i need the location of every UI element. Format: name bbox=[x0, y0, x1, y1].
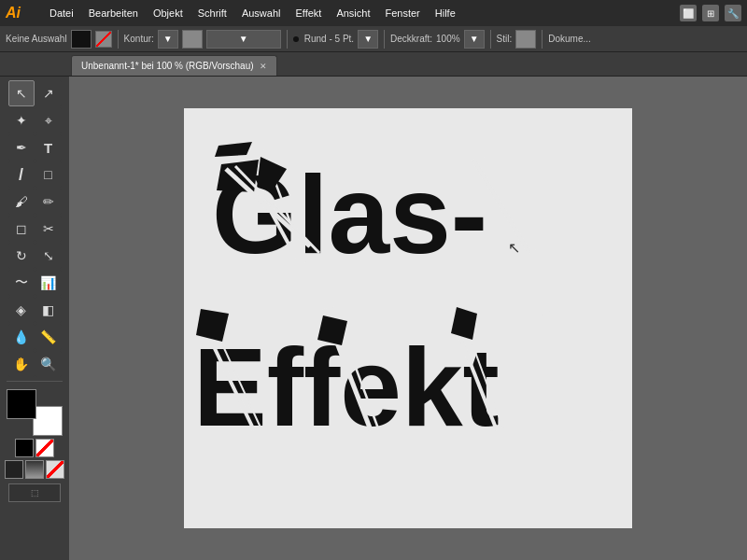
gradient-mode-icon[interactable] bbox=[25, 460, 44, 479]
artwork-svg: Glas- Ef bbox=[184, 108, 632, 528]
glas-text-group: Glas- bbox=[212, 142, 537, 276]
menu-ansicht[interactable]: Ansicht bbox=[330, 6, 376, 21]
top-shard bbox=[215, 142, 252, 157]
tool-row-10: 💧 📏 bbox=[8, 324, 62, 350]
effekt-text-group: Effekt bbox=[193, 307, 612, 449]
selection-label: Keine Auswahl bbox=[6, 34, 67, 44]
menu-bar: Datei Bearbeiten Objekt Schrift Auswahl … bbox=[43, 6, 670, 21]
tool-gradient[interactable]: ◧ bbox=[35, 297, 62, 323]
tool-row-6: ◻ ✂ bbox=[8, 216, 62, 242]
stroke-cap-icon bbox=[293, 36, 299, 42]
titlebar: Ai Datei Bearbeiten Objekt Schrift Auswa… bbox=[0, 0, 747, 26]
menu-objekt[interactable]: Objekt bbox=[147, 6, 190, 21]
tool-pen[interactable]: ✒ bbox=[8, 134, 35, 161]
stil-label: Stil: bbox=[497, 34, 513, 44]
none-mode-icon[interactable] bbox=[46, 460, 64, 479]
tool-separator bbox=[7, 381, 63, 382]
quick-mask-icon[interactable]: ⬚ bbox=[8, 483, 61, 502]
tool-magic-wand[interactable]: ✦ bbox=[8, 107, 35, 133]
artboard: Glas- Ef bbox=[184, 108, 632, 528]
options-bar: Keine Auswahl Kontur: ▼ ▼ Rund - 5 Pt. ▼… bbox=[0, 26, 747, 52]
kontur-select[interactable]: ▼ bbox=[158, 30, 178, 49]
tool-row-11: ✋ 🔍 bbox=[8, 351, 62, 377]
app-logo: Ai bbox=[6, 5, 34, 21]
window-controls: ⬜ ⊞ 🔧 bbox=[680, 5, 741, 21]
tool-row-8: 〜 📊 bbox=[8, 270, 62, 296]
main-area: ↖ ↗ ✦ ⌖ ✒ T / □ 🖌 ✏ ◻ ✂ ↻ ⤡ 〜 📊 bbox=[0, 77, 747, 560]
tool-scale[interactable]: ⤡ bbox=[35, 243, 62, 269]
divider5 bbox=[542, 30, 543, 49]
tool-blend[interactable]: ◈ bbox=[8, 297, 35, 323]
tool-row-2: ✦ ⌖ bbox=[8, 107, 62, 133]
tool-row-4: / □ bbox=[8, 161, 62, 188]
tool-eyedropper[interactable]: 💧 bbox=[8, 324, 35, 350]
menu-auswahl[interactable]: Auswahl bbox=[235, 6, 288, 21]
opacity-value: 100% bbox=[436, 34, 460, 44]
menu-bearbeiten[interactable]: Bearbeiten bbox=[82, 6, 145, 21]
kontur-label: Kontur: bbox=[124, 34, 154, 44]
none-color-icon[interactable] bbox=[35, 439, 54, 457]
stroke-dropdown[interactable]: ▼ bbox=[358, 30, 378, 49]
opacity-label: Deckkraft: bbox=[390, 34, 432, 44]
stroke-options: Rund - 5 Pt. bbox=[304, 34, 354, 44]
toolbox: ↖ ↗ ✦ ⌖ ✒ T / □ 🖌 ✏ ◻ ✂ ↻ ⤡ 〜 📊 bbox=[0, 77, 69, 560]
opacity-dropdown[interactable]: ▼ bbox=[464, 30, 485, 49]
tool-lasso[interactable]: ⌖ bbox=[35, 107, 62, 133]
s-cut2 bbox=[483, 157, 537, 250]
tool-zoom[interactable]: 🔍 bbox=[35, 351, 62, 377]
dokument-label: Dokume... bbox=[548, 34, 591, 44]
default-colors-icon[interactable] bbox=[15, 439, 34, 457]
color-mode-icon[interactable] bbox=[5, 460, 23, 479]
tool-line[interactable]: / bbox=[8, 161, 35, 188]
kontur-dropdown[interactable]: ▼ bbox=[206, 30, 281, 49]
tool-row-3: ✒ T bbox=[8, 134, 62, 161]
tab-bar: Unbenannt-1* bei 100 % (RGB/Vorschau) ✕ bbox=[0, 52, 747, 77]
g-shard-1 bbox=[217, 160, 259, 192]
workspace-icon[interactable]: ⬜ bbox=[680, 5, 697, 21]
kontur-color[interactable] bbox=[182, 30, 203, 49]
tool-column-graph[interactable]: 📊 bbox=[35, 270, 62, 296]
tool-measure[interactable]: 📏 bbox=[35, 324, 62, 350]
tool-pencil[interactable]: ✏ bbox=[35, 189, 62, 215]
fill-swatch[interactable] bbox=[71, 30, 92, 49]
arrange-icon[interactable]: ⊞ bbox=[702, 5, 719, 21]
tab-document[interactable]: Unbenannt-1* bei 100 % (RGB/Vorschau) ✕ bbox=[71, 55, 277, 76]
app-icon[interactable]: 🔧 bbox=[725, 5, 741, 21]
stil-swatch[interactable] bbox=[515, 30, 536, 49]
tool-rotate[interactable]: ↻ bbox=[8, 243, 35, 269]
tool-eraser[interactable]: ◻ bbox=[8, 216, 35, 242]
menu-fenster[interactable]: Fenster bbox=[378, 6, 426, 21]
divider3 bbox=[384, 30, 385, 49]
tool-rect[interactable]: □ bbox=[35, 161, 62, 188]
tool-direct-selection[interactable]: ↗ bbox=[35, 80, 62, 106]
tool-warp[interactable]: 〜 bbox=[8, 270, 35, 296]
tool-row-9: ◈ ◧ bbox=[8, 297, 62, 323]
kt-cut2 bbox=[548, 311, 612, 431]
canvas-area: Glas- Ef bbox=[69, 77, 747, 560]
tool-hand[interactable]: ✋ bbox=[8, 351, 35, 377]
kt-cut bbox=[539, 314, 604, 433]
divider2 bbox=[287, 30, 288, 49]
menu-datei[interactable]: Datei bbox=[43, 6, 80, 21]
divider1 bbox=[118, 30, 119, 49]
color-swatches-area bbox=[7, 389, 63, 436]
tool-brush[interactable]: 🖌 bbox=[8, 189, 35, 215]
tool-row-5: 🖌 ✏ bbox=[8, 189, 62, 215]
stroke-none-swatch[interactable] bbox=[95, 31, 112, 48]
menu-hilfe[interactable]: Hilfe bbox=[429, 6, 462, 21]
tool-scissors[interactable]: ✂ bbox=[35, 216, 62, 242]
menu-effekt[interactable]: Effekt bbox=[289, 6, 328, 21]
tab-label: Unbenannt-1* bei 100 % (RGB/Vorschau) bbox=[81, 61, 254, 71]
menu-schrift[interactable]: Schrift bbox=[191, 6, 233, 21]
tab-close-button[interactable]: ✕ bbox=[260, 62, 267, 71]
tool-text[interactable]: T bbox=[35, 134, 62, 161]
background-color-swatch[interactable] bbox=[33, 406, 63, 436]
tool-selection[interactable]: ↖ bbox=[8, 80, 35, 106]
divider4 bbox=[490, 30, 491, 49]
foreground-color-swatch[interactable] bbox=[7, 389, 36, 419]
tool-row-1: ↖ ↗ bbox=[8, 80, 62, 106]
tool-row-7: ↻ ⤡ bbox=[8, 243, 62, 269]
